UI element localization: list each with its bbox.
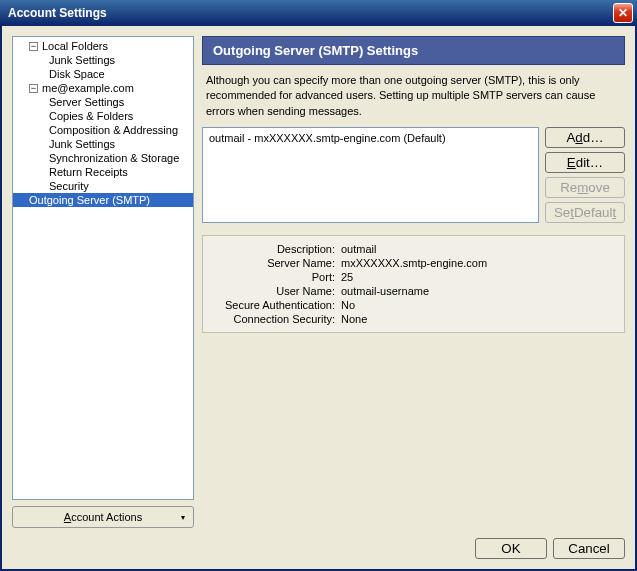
sidebar-item-label: Synchronization & Storage [49, 152, 179, 164]
sidebar-item-composition-addressing[interactable]: Composition & Addressing [13, 123, 193, 137]
detail-row-connection-security: Connection Security: None [211, 312, 616, 326]
sidebar-item-return-receipts[interactable]: Return Receipts [13, 165, 193, 179]
detail-label: Description: [211, 243, 341, 255]
smtp-server-item[interactable]: outmail - mxXXXXXX.smtp-engine.com (Defa… [209, 131, 532, 145]
titlebar: Account Settings ✕ [0, 0, 637, 26]
sidebar-item-label: Security [49, 180, 89, 192]
smtp-server-list[interactable]: outmail - mxXXXXXX.smtp-engine.com (Defa… [202, 127, 539, 223]
close-icon: ✕ [618, 6, 628, 20]
window-title: Account Settings [8, 6, 613, 20]
sidebar-item-label: Outgoing Server (SMTP) [29, 194, 150, 206]
expander-icon[interactable]: − [29, 42, 38, 51]
sidebar-item-label: Composition & Addressing [49, 124, 178, 136]
detail-value: No [341, 299, 616, 311]
sidebar-item-disk-space[interactable]: Disk Space [13, 67, 193, 81]
detail-row-user-name: User Name: outmail-username [211, 284, 616, 298]
sidebar-item-copies-folders[interactable]: Copies & Folders [13, 109, 193, 123]
server-details-panel: Description: outmail Server Name: mxXXXX… [202, 235, 625, 333]
detail-value: outmail-username [341, 285, 616, 297]
sidebar: − Local Folders Junk Settings Disk Space… [12, 36, 194, 528]
sidebar-item-label: me@example.com [42, 82, 134, 94]
detail-label: Connection Security: [211, 313, 341, 325]
detail-row-description: Description: outmail [211, 242, 616, 256]
cancel-button[interactable]: Cancel [553, 538, 625, 559]
ok-button[interactable]: OK [475, 538, 547, 559]
detail-row-secure-auth: Secure Authentication: No [211, 298, 616, 312]
main-area: − Local Folders Junk Settings Disk Space… [12, 36, 625, 528]
sidebar-item-label: Junk Settings [49, 138, 115, 150]
detail-value: outmail [341, 243, 616, 255]
detail-value: mxXXXXXX.smtp-engine.com [341, 257, 616, 269]
detail-label: Secure Authentication: [211, 299, 341, 311]
account-actions-label: Account Actions [64, 511, 142, 523]
sidebar-item-label: Disk Space [49, 68, 105, 80]
sidebar-item-junk-settings[interactable]: Junk Settings [13, 137, 193, 151]
content-description: Although you can specify more than one o… [202, 65, 625, 127]
sidebar-item-label: Junk Settings [49, 54, 115, 66]
side-buttons: Add… Edit… Remove Set Default [545, 127, 625, 223]
edit-button[interactable]: Edit… [545, 152, 625, 173]
detail-row-port: Port: 25 [211, 270, 616, 284]
expander-icon[interactable]: − [29, 84, 38, 93]
sidebar-item-outgoing-server-smtp[interactable]: Outgoing Server (SMTP) [13, 193, 193, 207]
chevron-down-icon: ▾ [181, 513, 185, 522]
sidebar-item-label: Local Folders [42, 40, 108, 52]
detail-value: None [341, 313, 616, 325]
sidebar-item-server-settings[interactable]: Server Settings [13, 95, 193, 109]
content-panel: Outgoing Server (SMTP) Settings Although… [202, 36, 625, 528]
account-tree[interactable]: − Local Folders Junk Settings Disk Space… [12, 36, 194, 500]
dialog-footer: OK Cancel [12, 528, 625, 559]
sidebar-item-label: Server Settings [49, 96, 124, 108]
remove-button[interactable]: Remove [545, 177, 625, 198]
detail-row-server-name: Server Name: mxXXXXXX.smtp-engine.com [211, 256, 616, 270]
sidebar-item-label: Return Receipts [49, 166, 128, 178]
detail-value: 25 [341, 271, 616, 283]
close-button[interactable]: ✕ [613, 3, 633, 23]
account-actions-button[interactable]: Account Actions ▾ [12, 506, 194, 528]
detail-label: User Name: [211, 285, 341, 297]
sidebar-item-synchronization-storage[interactable]: Synchronization & Storage [13, 151, 193, 165]
sidebar-item-account[interactable]: − me@example.com [13, 81, 193, 95]
sidebar-item-security[interactable]: Security [13, 179, 193, 193]
set-default-button[interactable]: Set Default [545, 202, 625, 223]
detail-label: Server Name: [211, 257, 341, 269]
server-row: outmail - mxXXXXXX.smtp-engine.com (Defa… [202, 127, 625, 223]
sidebar-item-junk-settings-local[interactable]: Junk Settings [13, 53, 193, 67]
sidebar-item-local-folders[interactable]: − Local Folders [13, 39, 193, 53]
window-body: − Local Folders Junk Settings Disk Space… [0, 26, 637, 571]
content-heading: Outgoing Server (SMTP) Settings [202, 36, 625, 65]
detail-label: Port: [211, 271, 341, 283]
sidebar-item-label: Copies & Folders [49, 110, 133, 122]
add-button[interactable]: Add… [545, 127, 625, 148]
